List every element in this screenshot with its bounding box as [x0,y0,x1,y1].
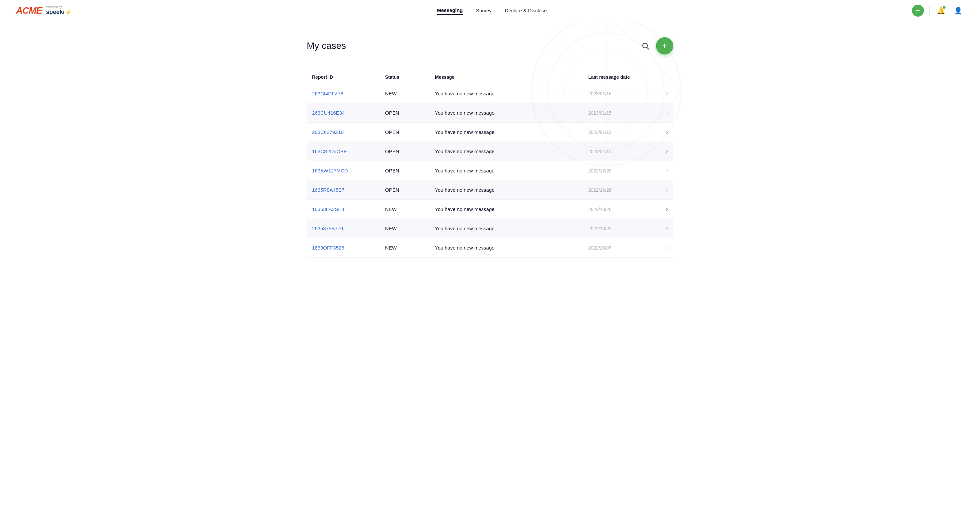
message-cell: You have no new message [435,91,588,96]
report-id-link[interactable]: 1633OFF3526 [312,245,344,251]
status-cell: OPEN [385,110,435,116]
table-row[interactable]: 163AW127MCD OPEN You have no new message… [307,161,673,180]
search-icon [641,42,649,50]
notification-button[interactable]: 🔔 [935,5,947,17]
page-actions: + [641,37,673,54]
message-cell: You have no new message [435,168,588,173]
message-cell: You have no new message [435,129,588,135]
header-divider [929,6,929,15]
table-body: 263CI4DFZ76 NEW You have no new message … [307,84,673,257]
message-cell: You have no new message [435,149,588,154]
table-row[interactable]: 1635R8A45B7 OPEN You have no new message… [307,180,673,200]
report-id-link[interactable]: 263CU416E34 [312,110,345,116]
table-header: Report ID Status Message Last message da… [307,70,673,84]
date-cell: 2022/10/07 [588,245,655,251]
report-id-link[interactable]: 1635R8A45B7 [312,187,345,193]
col-status: Status [385,74,435,80]
report-id-link[interactable]: 263C6379Z10 [312,129,344,135]
date-cell: 2022/10/26 [588,207,655,212]
status-cell: OPEN [385,187,435,193]
row-chevron-button[interactable]: › [655,225,668,232]
notification-badge [943,6,945,9]
table-row[interactable]: 163CS2D5OBE OPEN You have no new message… [307,142,673,161]
nav-declare-disclose[interactable]: Declare & Disclose [505,6,547,14]
speeki-text: speeki [46,9,64,16]
page-header: My cases + [307,37,673,54]
report-id-link[interactable]: 263CI4DFZ76 [312,91,343,96]
add-case-button[interactable]: + [656,37,673,54]
date-cell: 2022/12/20 [588,168,655,173]
powered-by-area: Powered by speeki ⚡ [46,6,72,16]
page-title: My cases [307,40,346,51]
svg-line-4 [647,48,649,50]
date-cell: 2023/01/15 [588,110,655,116]
row-chevron-button[interactable]: › [655,90,668,97]
table-row[interactable]: 263C6379Z10 OPEN You have no new message… [307,123,673,142]
date-cell: 2022/10/25 [588,226,655,231]
table-row[interactable]: 1633OFF3526 NEW You have no new message … [307,238,673,257]
report-id-link[interactable]: 163538A3SE4 [312,206,344,212]
date-cell: 2022/10/26 [588,187,655,193]
col-report-id: Report ID [312,74,385,80]
nav-messaging[interactable]: Messaging [437,6,463,15]
status-cell: OPEN [385,149,435,154]
status-cell: OPEN [385,168,435,173]
col-action [655,74,668,80]
message-cell: You have no new message [435,245,588,251]
search-button[interactable] [641,42,649,50]
message-cell: You have no new message [435,110,588,116]
message-cell: You have no new message [435,206,588,212]
table-row[interactable]: 163538A3SE4 NEW You have no new message … [307,200,673,219]
table-row[interactable]: 2635375B776 NEW You have no new message … [307,219,673,238]
cases-table: Report ID Status Message Last message da… [307,70,673,257]
acme-logo: ACME [16,5,42,16]
report-id-link[interactable]: 163CS2D5OBE [312,149,347,154]
main-content: My cases + Report ID Status Message Last… [291,21,689,273]
date-cell: 2023/01/16 [588,91,655,96]
status-cell: NEW [385,206,435,212]
user-profile-button[interactable]: 👤 [952,5,964,17]
row-chevron-button[interactable]: › [655,167,668,174]
main-nav: Messaging Survey Declare & Disclose [437,6,547,15]
powered-by-text: Powered by [46,6,62,9]
date-cell: 2023/01/15 [588,129,655,135]
row-chevron-button[interactable]: › [655,244,668,251]
header-add-button[interactable]: + [912,5,924,17]
header-actions: + 🔔 👤 [912,5,964,17]
speeki-logo: speeki ⚡ [46,9,72,16]
status-cell: NEW [385,91,435,96]
status-cell: OPEN [385,129,435,135]
speeki-leaf-icon: ⚡ [65,9,72,15]
table-row[interactable]: 263CU416E34 OPEN You have no new message… [307,103,673,123]
status-cell: NEW [385,225,435,231]
col-message: Message [435,74,588,80]
nav-survey[interactable]: Survey [476,6,492,14]
report-id-link[interactable]: 163AW127MCD [312,168,348,173]
table-row[interactable]: 263CI4DFZ76 NEW You have no new message … [307,84,673,103]
col-last-message-date: Last message date [588,74,655,80]
row-chevron-button[interactable]: › [655,187,668,193]
date-cell: 2023/01/15 [588,149,655,154]
row-chevron-button[interactable]: › [655,206,668,212]
user-icon: 👤 [954,6,963,14]
report-id-link[interactable]: 2635375B776 [312,225,343,231]
message-cell: You have no new message [435,187,588,193]
message-cell: You have no new message [435,225,588,231]
header: ACME Powered by speeki ⚡ Messaging Surve… [0,0,980,21]
row-chevron-button[interactable]: › [655,109,668,116]
row-chevron-button[interactable]: › [655,129,668,136]
status-cell: NEW [385,245,435,251]
logo-area: ACME Powered by speeki ⚡ [16,5,72,16]
row-chevron-button[interactable]: › [655,148,668,155]
